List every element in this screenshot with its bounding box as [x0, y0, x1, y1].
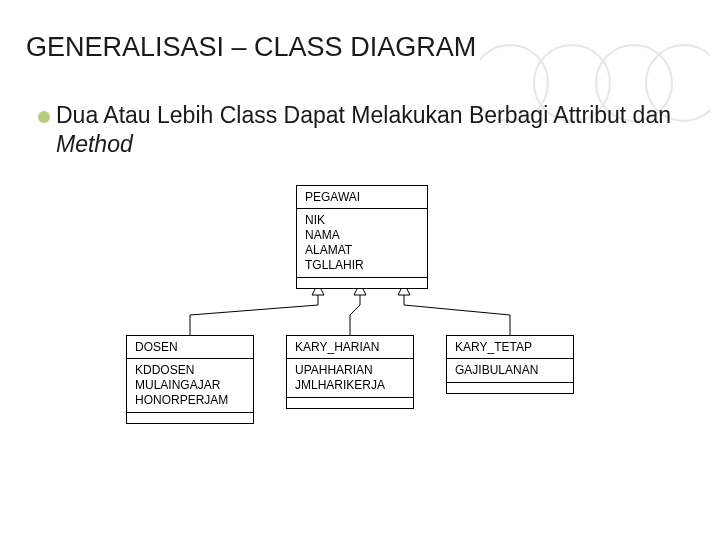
class-child-kary-harian: KARY_HARIAN UPAHHARIAN JMLHARIKERJA: [286, 335, 414, 409]
bullet-icon: [38, 111, 50, 123]
attr: KDDOSEN: [135, 363, 245, 378]
class-child-kary-tetap: KARY_TETAP GAJIBULANAN: [446, 335, 574, 394]
class-parent: PEGAWAI NIK NAMA ALAMAT TGLLAHIR: [296, 185, 428, 289]
attr: MULAINGAJAR: [135, 378, 245, 393]
attr: NAMA: [305, 228, 419, 243]
attr: ALAMAT: [305, 243, 419, 258]
class-ops: [127, 413, 253, 423]
attr: UPAHHARIAN: [295, 363, 405, 378]
svg-line-11: [350, 305, 360, 315]
class-diagram: PEGAWAI NIK NAMA ALAMAT TGLLAHIR DOSEN K…: [26, 185, 694, 485]
attr: GAJIBULANAN: [455, 363, 565, 378]
body-italic: Method: [56, 131, 133, 157]
attr: JMLHARIKERJA: [295, 378, 405, 393]
class-name: PEGAWAI: [297, 186, 427, 209]
slide-title: GENERALISASI – CLASS DIAGRAM: [26, 32, 694, 63]
class-ops: [287, 398, 413, 408]
class-ops: [297, 278, 427, 288]
body-text: Dua Atau Lebih Class Dapat Melakukan Ber…: [26, 101, 694, 159]
svg-line-15: [404, 305, 510, 315]
class-child-dosen: DOSEN KDDOSEN MULAINGAJAR HONORPERJAM: [126, 335, 254, 424]
class-attrs: UPAHHARIAN JMLHARIKERJA: [287, 359, 413, 398]
class-attrs: GAJIBULANAN: [447, 359, 573, 383]
class-name: DOSEN: [127, 336, 253, 359]
svg-line-7: [190, 305, 318, 315]
body-prefix: Dua Atau Lebih Class Dapat Melakukan Ber…: [56, 102, 671, 128]
class-ops: [447, 383, 573, 393]
class-attrs: NIK NAMA ALAMAT TGLLAHIR: [297, 209, 427, 278]
attr: TGLLAHIR: [305, 258, 419, 273]
attr: NIK: [305, 213, 419, 228]
class-attrs: KDDOSEN MULAINGAJAR HONORPERJAM: [127, 359, 253, 413]
class-name: KARY_TETAP: [447, 336, 573, 359]
attr: HONORPERJAM: [135, 393, 245, 408]
class-name: KARY_HARIAN: [287, 336, 413, 359]
